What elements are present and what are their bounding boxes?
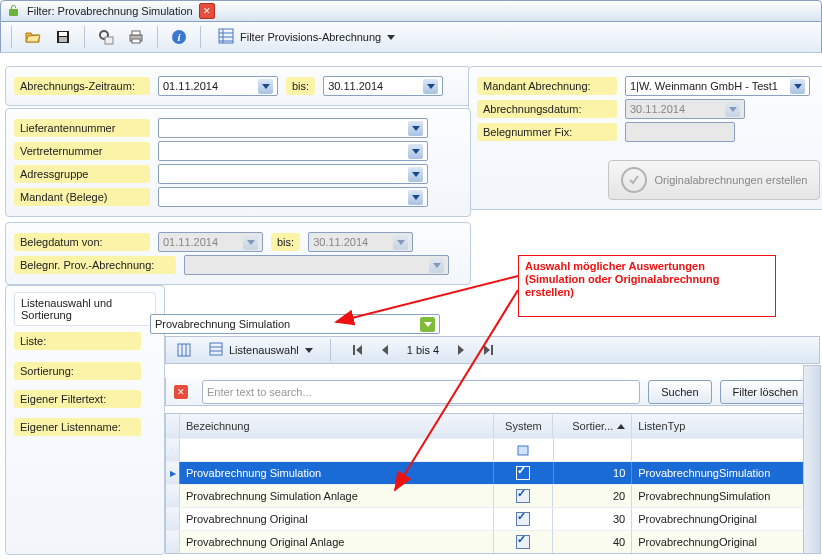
sort-asc-icon [617, 424, 625, 429]
column-chooser-button[interactable] [172, 338, 196, 362]
filter-dropdown[interactable]: Filter Provisions-Abrechnung [209, 24, 404, 50]
table-row[interactable]: Provabrechnung Original Anlage40Provabre… [166, 530, 819, 553]
annotation-callout: Auswahl möglicher Auswertungen (Simulati… [518, 255, 776, 317]
close-icon[interactable]: ✕ [199, 3, 215, 19]
label-vertreternummer: Vertreternummer [14, 142, 150, 160]
svg-rect-7 [132, 31, 140, 35]
svg-rect-1 [59, 32, 67, 36]
filter-cell-icon[interactable] [517, 445, 529, 456]
lock-open-icon [7, 4, 21, 18]
svg-rect-16 [178, 344, 190, 356]
info-button[interactable]: i [166, 24, 192, 50]
table-row[interactable]: Provabrechnung Original30ProvabrechnungO… [166, 507, 819, 530]
select-adressgruppe[interactable] [158, 164, 428, 184]
main-toolbar: i Filter Provisions-Abrechnung [0, 22, 822, 53]
input-period-to[interactable]: 30.11.2014 [323, 76, 443, 96]
svg-rect-19 [210, 343, 222, 355]
col-bezeichnung[interactable]: Bezeichnung [180, 414, 494, 438]
clear-filter-button[interactable]: Filter löschen [720, 380, 811, 404]
checkbox[interactable] [516, 535, 530, 549]
checkbox[interactable] [516, 466, 530, 480]
open-button[interactable] [20, 24, 46, 50]
results-grid: Bezeichnung System Sortier... ListenTyp … [165, 413, 820, 554]
print-button[interactable] [123, 24, 149, 50]
search-button[interactable]: Suchen [648, 380, 711, 404]
search-input[interactable]: Enter text to search... [202, 380, 640, 404]
panel-filters: Lieferantennummer Vertreternummer Adress… [5, 108, 471, 217]
calendar-icon[interactable] [258, 79, 273, 94]
label-abrechnungsdatum: Abrechnungsdatum: [477, 100, 617, 118]
grid-toolbar: Listenauswahl 1 bis 4 [165, 336, 820, 364]
nav-last-button[interactable] [477, 338, 501, 362]
nav-prev-button[interactable] [373, 338, 397, 362]
label-belegnummer-fix: Belegnummer Fix: [477, 123, 617, 141]
nav-next-button[interactable] [449, 338, 473, 362]
select-mandant[interactable]: 1|W. Weinmann GmbH - Test1 [625, 76, 810, 96]
svg-rect-22 [518, 446, 528, 455]
button-originalabrechnungen-erstellen: Originalabrechnungen erstellen [608, 160, 820, 200]
select-mandant-belege[interactable] [158, 187, 428, 207]
label-liste: Liste: [14, 332, 141, 350]
select-vertreternummer[interactable] [158, 141, 428, 161]
panel-listenauswahl: Listenauswahl und Sortierung Liste: Sort… [5, 285, 165, 555]
panel-belegdatum: Belegdatum von: 01.11.2014 bis: 30.11.20… [5, 222, 471, 285]
filter-icon [172, 446, 173, 454]
select-lieferantennummer[interactable] [158, 118, 428, 138]
chevron-down-icon[interactable] [420, 317, 435, 332]
window-title: Filter: Provabrechnung Simulation [27, 5, 193, 17]
label-belegdatum-von: Belegdatum von: [14, 233, 150, 251]
svg-rect-2 [59, 37, 67, 42]
input-abrechnungsdatum: 30.11.2014 [625, 99, 745, 119]
label-mandant: Mandant Abrechnung: [477, 77, 617, 95]
vertical-scrollbar[interactable] [803, 365, 821, 554]
label-bis: bis: [286, 77, 315, 95]
input-belegdatum-von: 01.11.2014 [158, 232, 263, 252]
panel-mandant: Mandant Abrechnung: 1|W. Weinmann GmbH -… [468, 66, 822, 210]
listen-header: Listenauswahl und Sortierung [14, 292, 156, 326]
nav-first-button[interactable] [345, 338, 369, 362]
label-sortierung: Sortierung: [14, 362, 141, 380]
checkmark-circle-icon [621, 167, 647, 193]
label-belegnr-prov: Belegnr. Prov.-Abrechnung: [14, 256, 176, 274]
table-row[interactable]: Provabrechnung Simulation Anlage20Provab… [166, 484, 819, 507]
col-system[interactable]: System [494, 414, 553, 438]
window-titlebar: Filter: Provabrechnung Simulation ✕ [0, 0, 822, 22]
pager-label: 1 bis 4 [401, 344, 445, 356]
col-sortier[interactable]: Sortier... [553, 414, 632, 438]
calendar-icon[interactable] [423, 79, 438, 94]
label-period: Abrechnungs-Zeitraum: [14, 77, 150, 95]
input-period-from[interactable]: 01.11.2014 [158, 76, 278, 96]
svg-rect-8 [132, 39, 140, 43]
grid-header: Bezeichnung System Sortier... ListenTyp [166, 414, 819, 438]
listenauswahl-dropdown[interactable]: Listenauswahl [200, 338, 322, 362]
svg-rect-5 [105, 37, 113, 44]
col-listentyp[interactable]: ListenTyp [632, 414, 819, 438]
label-filtertext: Eigener Filtertext: [14, 390, 141, 408]
input-belegdatum-bis: 30.11.2014 [308, 232, 413, 252]
label-mandant-belege: Mandant (Belege) [14, 188, 150, 206]
label-listenname: Eigener Listenname: [14, 418, 141, 436]
chevron-down-icon [387, 35, 395, 40]
grid-search-row: ✕ Enter text to search... Suchen Filter … [165, 378, 820, 406]
select-liste[interactable]: Provabrechnung Simulation [150, 314, 440, 334]
save-button[interactable] [50, 24, 76, 50]
table-row[interactable]: Provabrechnung Simulation10Provabrechnun… [166, 461, 819, 484]
label-adressgruppe: Adressgruppe [14, 165, 150, 183]
select-belegnr-prov [184, 255, 449, 275]
grid-autofilter-row [166, 438, 819, 461]
clear-search-icon[interactable]: ✕ [174, 385, 188, 399]
grid-icon [218, 28, 234, 46]
grid-icon [209, 342, 223, 358]
checkbox[interactable] [516, 489, 530, 503]
label-lieferantennummer: Lieferantennummer [14, 119, 150, 137]
checkbox[interactable] [516, 512, 530, 526]
input-belegnummer-fix [625, 122, 735, 142]
print-preview-button[interactable] [93, 24, 119, 50]
panel-period: Abrechnungs-Zeitraum: 01.11.2014 bis: 30… [5, 66, 471, 106]
filter-dropdown-label: Filter Provisions-Abrechnung [240, 31, 381, 43]
